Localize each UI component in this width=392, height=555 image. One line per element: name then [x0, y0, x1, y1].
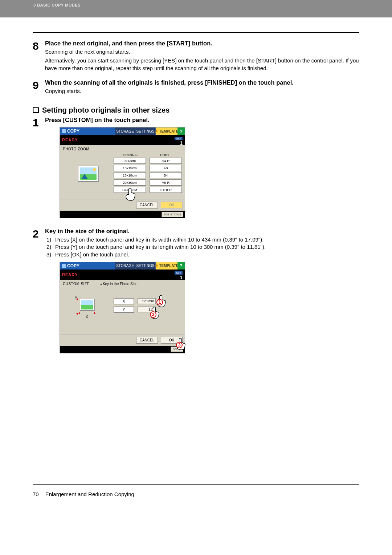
cancel-button[interactable]: CANCEL [136, 202, 158, 208]
panel-status-bar: READY SET 1 [60, 135, 185, 145]
x-value-field[interactable]: 170 mm [138, 298, 156, 304]
page-number: 70 [33, 491, 39, 497]
step-title: When the scanning of all the originals i… [45, 79, 359, 86]
y-button[interactable]: Y [114, 307, 134, 313]
other-button[interactable]: OTHER [150, 187, 182, 193]
step-number: 1 [33, 117, 45, 218]
panel-body: CUSTOM SIZE Key in the Photo Size Y X [60, 280, 185, 334]
panel-footer: CANCEL OK [60, 199, 185, 211]
star-icon: ★ [155, 263, 158, 268]
panel-job-bar: JOB S [60, 346, 185, 353]
copy-size-button[interactable]: B4 [150, 172, 182, 178]
copy-size-button[interactable]: A4-R [150, 158, 182, 164]
callout-3: 3 [176, 342, 183, 348]
cancel-button[interactable]: CANCEL [136, 337, 158, 344]
tab-storage[interactable]: STORAGE [115, 127, 135, 135]
hint-text: Key in the Photo Size [101, 282, 138, 286]
panel-job-bar: JOB STATUS [60, 211, 185, 218]
panel-body: PHOTO ZOOM ORIGINAL COPY 9x [60, 145, 185, 199]
mode-label: PHOTO ZOOM [63, 147, 182, 151]
tab-template[interactable]: ★TEMPLATE [156, 262, 177, 270]
tab-template[interactable]: ★TEMPLATE [156, 127, 177, 135]
copy-size-button[interactable]: A3 [150, 165, 182, 171]
step-9: 9 When the scanning of all the originals… [33, 79, 359, 95]
dimension-diagram-icon: Y X [75, 297, 101, 319]
tab-settings[interactable]: SETTINGS [135, 262, 156, 270]
panel-tabs: COPY STORAGE SETTINGS ★TEMPLATE ? [60, 262, 185, 270]
step-number: 8 [33, 40, 45, 72]
status-ready: READY [62, 138, 78, 142]
step-line: Copying starts. [45, 88, 359, 95]
step-number: 2 [33, 228, 45, 353]
set-counter: SET 1 [175, 269, 183, 280]
help-button[interactable]: ? [177, 262, 185, 270]
pointing-hand-icon [124, 188, 135, 201]
substep: 3)Press [OK] on the touch panel. [45, 251, 359, 258]
photo-thumbnail-icon [78, 166, 98, 182]
job-status-button[interactable]: JOB STATUS [162, 212, 183, 217]
status-ready: READY [62, 272, 78, 277]
set-counter: SET 1 [175, 134, 183, 146]
step-1: 1 Press [CUSTOM] on the touch panel. COP… [33, 117, 359, 218]
section-title-text: Setting photo originals in other sizes [42, 106, 170, 114]
mode-label: CUSTOM SIZE [63, 282, 90, 286]
substep: 1)Press [X] on the touch panel and key i… [45, 236, 359, 243]
col-copy: COPY [148, 153, 182, 157]
tab-copy[interactable]: COPY [60, 127, 103, 135]
substep: 2)Press [Y] on the touch panel and key i… [45, 243, 359, 251]
step-title: Key in the size of the original. [45, 228, 359, 235]
original-size-button[interactable]: 9x13cm [114, 158, 146, 164]
original-size-button[interactable]: 10x15cm [114, 165, 146, 171]
step-title: Press [CUSTOM] on the touch panel. [45, 117, 359, 123]
section-title: ❑Setting photo originals in other sizes [33, 106, 359, 114]
rule-bottom [33, 484, 359, 485]
step-line: Alternatively, you can start scanning by… [45, 57, 359, 72]
panel-footer: CANCEL OK 3 [60, 334, 185, 346]
step-2: 2 Key in the size of the original. 1)Pre… [33, 228, 359, 353]
touch-panel-screenshot-2: COPY STORAGE SETTINGS ★TEMPLATE ? READY … [60, 262, 185, 353]
help-button[interactable]: ? [177, 127, 185, 135]
page-footer: 70 Enlargement and Reduction Copying [33, 491, 359, 497]
callout-2: 2 [150, 311, 156, 318]
step-title: Place the next original, and then press … [45, 40, 359, 47]
breadcrumb: 3 BASIC COPY MODES [0, 0, 392, 7]
panel-status-bar: READY SET 1 [60, 270, 185, 280]
rule-top [33, 32, 359, 33]
section-bullet-icon: ❑ [33, 106, 39, 114]
tab-copy[interactable]: COPY [60, 262, 103, 270]
footer-title: Enlargement and Reduction Copying [45, 491, 134, 497]
touch-panel-screenshot-1: COPY STORAGE SETTINGS ★TEMPLATE ? READY … [60, 127, 185, 218]
step-number: 9 [33, 79, 45, 95]
header-bar: 3 BASIC COPY MODES [0, 0, 392, 17]
x-button[interactable]: X [114, 298, 134, 304]
copy-icon [62, 264, 66, 268]
col-original: ORIGINAL [114, 153, 148, 157]
callout-1: 1 [156, 299, 163, 305]
original-size-button[interactable]: 13x18cm [114, 172, 146, 178]
ok-button[interactable]: OK [161, 202, 183, 208]
original-size-button[interactable]: 20x30cm [114, 179, 146, 186]
copy-size-button[interactable]: A5-R [150, 179, 182, 186]
star-icon: ★ [155, 129, 158, 134]
copy-icon [62, 129, 66, 133]
step-line: Scanning of the next original starts. [45, 48, 359, 56]
tab-storage[interactable]: STORAGE [115, 262, 135, 270]
tab-settings[interactable]: SETTINGS [135, 127, 156, 135]
step-8: 8 Place the next original, and then pres… [33, 40, 359, 72]
panel-tabs: COPY STORAGE SETTINGS ★TEMPLATE ? [60, 127, 185, 135]
